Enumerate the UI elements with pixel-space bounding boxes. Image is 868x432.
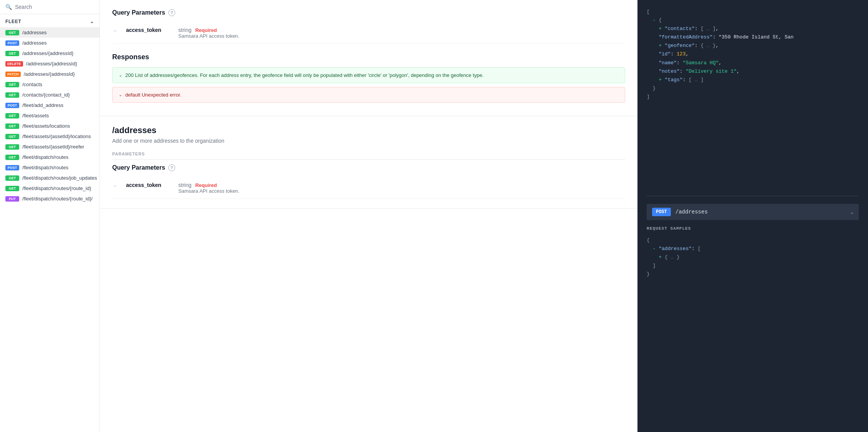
nav-item[interactable]: GET/fleet/dispatch/routes/{route_id}: [0, 183, 100, 193]
method-badge: GET: [5, 51, 19, 56]
main-content: Query Parameters ? → access_token string…: [100, 0, 637, 432]
nav-item[interactable]: GET/addresses/{addressId}: [0, 48, 100, 58]
method-badge: PATCH: [5, 72, 21, 77]
nav-item[interactable]: GET/fleet/dispatch/routes: [0, 152, 100, 162]
nav-item[interactable]: GET/addresses: [0, 27, 100, 38]
nav-item[interactable]: GET/fleet/assets: [0, 110, 100, 121]
method-badge: GET: [5, 134, 19, 139]
response-success[interactable]: ⌄ 200 List of addresses/geofences. For e…: [112, 67, 625, 83]
nav-item[interactable]: POST/addresses: [0, 38, 100, 48]
chevron-down-icon: ⌄: [119, 73, 122, 78]
code-line: "name": "Samsara HQ",: [647, 59, 859, 67]
method-badge: GET: [5, 144, 19, 150]
required-badge: Required: [195, 27, 217, 33]
response-error-text: default Unexpected error.: [125, 92, 181, 98]
search-icon: 🔍: [5, 4, 12, 10]
method-badge: POST: [5, 103, 19, 108]
chevron-down-icon: ⌄: [119, 92, 122, 97]
nav-path: /fleet/dispatch/routes/{route_id}: [22, 185, 91, 191]
nav-path: /fleet/assets/{assetId}/locations: [22, 133, 91, 139]
nav-path: /addresses/{addressId}: [22, 50, 73, 56]
method-badge: POST: [5, 40, 19, 46]
nav-item[interactable]: GET/fleet/dispatch/routes/job_updates: [0, 173, 100, 183]
code-line: ]: [647, 262, 859, 270]
responses-heading: Responses: [112, 53, 625, 61]
method-badge: GET: [5, 92, 19, 98]
code-line: + { … }: [647, 253, 859, 262]
response-success-text: 200 List of addresses/geofences. For eac…: [125, 72, 484, 78]
sidebar: 🔍 Search FLEET ⌄ GET/addressesPOST/addre…: [0, 0, 100, 432]
endpoint-chevron-icon: ⌄: [850, 209, 853, 215]
endpoint-path: /addresses: [675, 209, 708, 215]
endpoint-bar[interactable]: POST /addresses ⌄: [647, 204, 859, 220]
code-line: - "addresses": [: [647, 245, 859, 253]
code-line: [: [647, 8, 859, 16]
param-type-required: string Required: [178, 27, 239, 33]
nav-path: /fleet/add_address: [22, 102, 63, 108]
fleet-chevron-icon: ⌄: [90, 19, 94, 24]
required-badge-2: Required: [195, 182, 217, 188]
param-description: Samsara API access token.: [178, 33, 239, 39]
request-samples-label: REQUEST SAMPLES: [647, 226, 859, 231]
nav-path: /fleet/assets: [22, 113, 49, 118]
search-bar[interactable]: 🔍 Search: [0, 0, 100, 14]
nav-item[interactable]: GET/contacts/{contact_id}: [0, 90, 100, 100]
post-addresses-section: /addresses Add one or more addresses to …: [100, 116, 637, 208]
help-icon[interactable]: ?: [168, 9, 175, 16]
param-description-2: Samsara API access token.: [178, 188, 239, 194]
param-name-2: access_token: [126, 182, 172, 188]
code-line: - {: [647, 16, 859, 25]
nav-path: /addresses/{addressId}: [26, 61, 77, 67]
nav-path: /fleet/dispatch/routes/job_updates: [22, 175, 97, 181]
method-badge: GET: [5, 113, 19, 118]
nav-item[interactable]: GET/fleet/assets/locations: [0, 121, 100, 131]
code-line: "notes": "Delivery site 1",: [647, 67, 859, 76]
method-badge: GET: [5, 82, 19, 87]
param-type-2: string: [178, 182, 191, 188]
method-badge: GET: [5, 30, 19, 35]
query-params-heading: Query Parameters ?: [112, 9, 625, 16]
nav-item[interactable]: POST/fleet/add_address: [0, 100, 100, 110]
nav-item[interactable]: PATCH/addresses/{addressId}: [0, 69, 100, 79]
right-panel-top: [ - { + "contacts": [ … ], "formattedAdd…: [647, 8, 859, 196]
method-badge: POST: [5, 165, 19, 170]
section-title: /addresses: [112, 125, 625, 135]
method-badge: GET: [5, 155, 19, 160]
nav-path: /contacts/{contact_id}: [22, 92, 70, 98]
params-section-label: PARAMETERS: [112, 152, 625, 160]
nav-item[interactable]: DELETE/addresses/{addressId}: [0, 58, 100, 69]
param-row-2: → access_token string Required Samsara A…: [112, 177, 625, 199]
nav-item[interactable]: GET/fleet/assets/{assetId}/locations: [0, 131, 100, 142]
nav-path: /fleet/dispatch/routes: [22, 165, 68, 170]
nav-item[interactable]: POST/fleet/dispatch/routes: [0, 162, 100, 173]
nav-path: /addresses: [22, 30, 47, 35]
code-line: }: [647, 84, 859, 93]
param-details-2: string Required Samsara API access token…: [178, 182, 239, 194]
nav-item[interactable]: GET/fleet/assets/{assetId}/reefer: [0, 142, 100, 152]
fleet-section[interactable]: FLEET ⌄: [0, 14, 100, 27]
method-badge: GET: [5, 186, 19, 191]
param-type-required-2: string Required: [178, 182, 239, 188]
param-arrow: →: [112, 28, 120, 33]
nav-path: /fleet/dispatch/routes: [22, 154, 68, 160]
nav-path: /fleet/dispatch/routes/{route_id}/: [22, 196, 93, 202]
nav-list: GET/addressesPOST/addressesGET/addresses…: [0, 27, 100, 432]
nav-item[interactable]: GET/contacts: [0, 79, 100, 90]
param-details: string Required Samsara API access token…: [178, 27, 239, 39]
nav-item[interactable]: PUT/fleet/dispatch/routes/{route_id}/: [0, 193, 100, 204]
code-line: + "contacts": [ … ],: [647, 25, 859, 33]
code-line: + "tags": [ … ]: [647, 76, 859, 84]
query-params-label-2: Query Parameters: [112, 164, 165, 171]
help-icon-2[interactable]: ?: [168, 164, 175, 171]
method-badge: GET: [5, 123, 19, 129]
search-placeholder: Search: [15, 4, 32, 10]
nav-path: /addresses: [22, 40, 47, 46]
nav-path: /contacts: [22, 82, 42, 87]
nav-path: /fleet/assets/locations: [22, 123, 70, 129]
request-code-block: { - "addresses": [ + { … } ]}: [647, 236, 859, 279]
param-name: access_token: [126, 27, 172, 33]
post-badge: POST: [652, 208, 671, 216]
nav-path: /fleet/assets/{assetId}/reefer: [22, 144, 84, 150]
response-error[interactable]: ⌄ default Unexpected error.: [112, 87, 625, 103]
param-arrow-2: →: [112, 183, 120, 188]
